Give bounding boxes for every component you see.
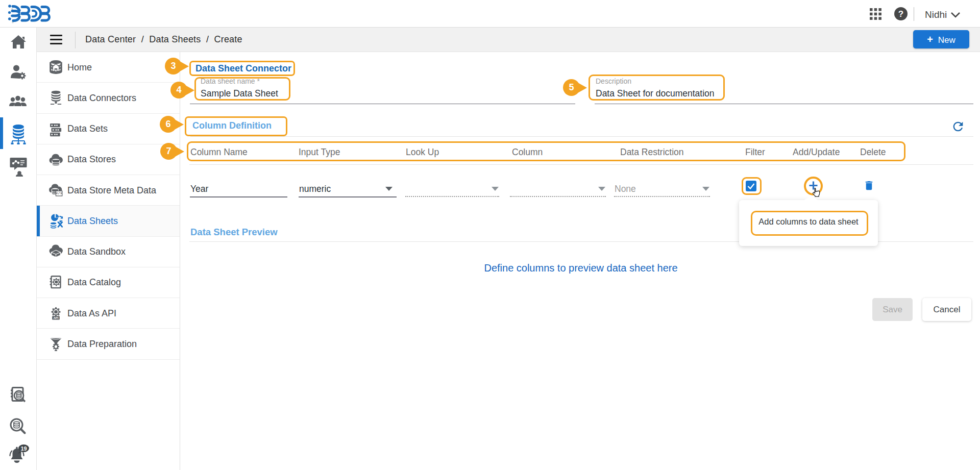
- svg-text:API: API: [53, 316, 58, 319]
- svg-text:?: ?: [898, 9, 903, 19]
- svg-text:</>: </>: [56, 192, 62, 196]
- svg-text:19: 19: [20, 446, 27, 452]
